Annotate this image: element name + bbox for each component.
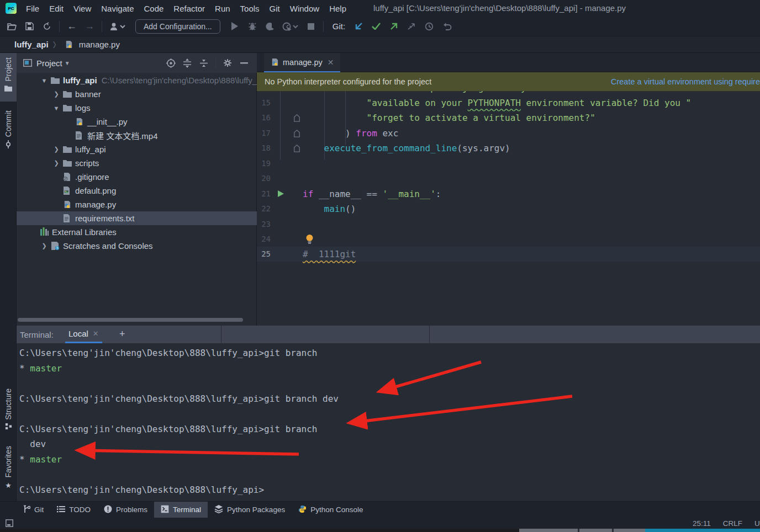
tree-row-default-png[interactable]: default.png [17,184,257,198]
menu-item-run[interactable]: Run [210,2,235,15]
close-icon[interactable]: ✕ [93,329,99,338]
chevron-down-icon[interactable]: ▼ [65,60,70,66]
debug-icon[interactable] [245,20,260,33]
tree-row-scripts[interactable]: ❯scripts [17,156,257,170]
code-line-15[interactable]: 15"available on your PYTHONPATH environm… [257,95,760,110]
chevron-right-icon[interactable]: ❯ [50,91,63,98]
chevron-down-icon[interactable]: ▼ [50,105,63,111]
menu-item-navigate[interactable]: Navigate [96,2,139,15]
menu-item-edit[interactable]: Edit [44,2,68,15]
tree-row--gitignore[interactable]: .gitignore [17,170,257,184]
tree-row-logs[interactable]: ▼logs [17,101,257,115]
profiler-icon[interactable] [281,20,300,33]
menu-item-window[interactable]: Window [285,2,324,15]
file-encoding[interactable]: UT [754,519,760,528]
toolbar-separator [59,21,60,32]
tool-window-button-git[interactable]: Git [17,502,50,518]
folder-icon [63,91,74,98]
tool-window-button-problems[interactable]: Problems [97,502,154,518]
code-line-17[interactable]: 17) from exc [257,126,760,141]
tree-row-external-libraries[interactable]: External Libraries [17,225,257,239]
stripe-tab-favorites[interactable]: Favorites ★ [0,441,17,491]
caret-position[interactable]: 25:11 [693,519,711,528]
git-cherry-pick-icon[interactable] [404,20,419,33]
breadcrumb-file[interactable]: manage.py [79,40,120,49]
code-line-16[interactable]: 16"forget to activate a virtual environm… [257,110,760,125]
save-icon[interactable] [22,20,36,33]
scratch-icon [51,242,62,250]
locate-file-icon[interactable] [163,56,178,70]
menu-item-git[interactable]: Git [265,2,285,15]
close-icon[interactable]: ✕ [328,58,334,67]
tree-row-requirements-txt[interactable]: requirements.txt [17,211,257,225]
run-coverage-icon[interactable] [263,20,277,33]
tree-row--init-py[interactable]: __init__.py [17,115,257,129]
tool-window-layout-icon[interactable] [6,519,13,527]
horizontal-scrollbar[interactable] [18,318,243,322]
menu-item-help[interactable]: Help [324,2,351,15]
code-line-24[interactable]: 24 [257,232,760,247]
terminal-tab-local[interactable]: Local ✕ [65,326,102,343]
tree-row-manage-py[interactable]: manage.py [17,198,257,211]
intention-bulb-icon[interactable] [305,234,314,247]
code-line-25[interactable]: 25# 1111git [257,247,760,262]
add-configuration-button[interactable]: Add Configuration... [135,19,220,34]
run-icon[interactable] [228,20,242,33]
code-line-23[interactable]: 23 [257,217,760,232]
stripe-tab-project[interactable]: Project [0,53,17,102]
tool-window-button-todo[interactable]: TODO [50,502,97,518]
code-line-21[interactable]: 21if __name__ == '__main__': [257,187,760,201]
tree-row-luffy-api[interactable]: ❯luffy_api [17,142,257,156]
git-push-icon[interactable] [387,20,401,33]
tree-row-scratches-and-consoles[interactable]: ❯Scratches and Consoles [17,239,257,253]
breadcrumb-project[interactable]: luffy_api [14,40,49,49]
tree-item-label: .gitignore [75,172,109,182]
tool-window-button-python-packages[interactable]: Python Packages [208,502,292,518]
code-line-22[interactable]: 22main() [257,201,760,216]
tool-window-button-python-console[interactable]: Python Console [292,502,370,518]
stripe-tab-commit[interactable]: Commit [0,106,17,153]
terminal-output[interactable]: C:\Users\teng'jin'cheng\Desktop\888\luff… [17,343,760,501]
code-editor[interactable]: 14"Couldn't import Django. Are you sure … [257,91,760,326]
tree-row-banner[interactable]: ❯banner [17,87,257,101]
chevron-right-icon[interactable]: ❯ [50,146,63,153]
menu-item-code[interactable]: Code [139,2,168,15]
code-line-18[interactable]: 18execute_from_command_line(sys.argv) [257,141,760,156]
git-update-icon[interactable] [351,20,366,33]
tree-row--mp4[interactable]: 新建 文本文档.mp4 [17,129,257,142]
open-folder-icon[interactable] [4,20,19,33]
rollback-icon[interactable] [440,20,454,33]
project-panel-title[interactable]: Project [36,58,62,68]
hide-panel-icon[interactable] [237,56,251,70]
new-terminal-session-icon[interactable]: + [115,326,130,343]
chevron-right-icon[interactable]: ❯ [38,242,51,249]
create-venv-link[interactable]: Create a virtual environment using requi… [611,72,760,91]
sync-icon[interactable] [40,20,54,33]
stripe-tab-structure[interactable]: Structure [0,384,17,434]
chevron-down-icon[interactable]: ▼ [38,77,51,84]
chevron-right-icon[interactable]: ❯ [50,159,63,167]
forward-icon[interactable]: → [82,20,97,33]
gear-icon[interactable] [220,56,235,70]
menu-item-refactor[interactable]: Refactor [168,2,210,15]
code-line-19[interactable]: 19 [257,156,760,171]
tool-window-button-terminal[interactable]: Terminal [154,502,208,518]
code-line-20[interactable]: 20 [257,171,760,186]
tree-row-luffy-api[interactable]: ▼luffy_apiC:\Users\teng'jin'cheng\Deskto… [17,73,257,87]
code-line-14[interactable]: 14"Couldn't import Django. Are you sure … [257,91,760,95]
collapse-all-icon[interactable] [197,56,211,70]
gitignore-icon [63,173,74,181]
tab-manage-py[interactable]: manage.py ✕ [264,53,340,72]
menu-item-view[interactable]: View [68,2,96,15]
back-icon[interactable]: ← [65,20,79,33]
run-line-icon[interactable] [278,190,284,197]
git-commit-icon[interactable] [369,20,383,33]
menu-item-file[interactable]: File [21,2,44,15]
menu-item-tools[interactable]: Tools [235,2,265,15]
history-icon[interactable] [422,20,436,33]
line-ending[interactable]: CRLF [723,519,742,528]
expand-all-icon[interactable] [180,56,194,70]
stop-icon[interactable] [304,20,318,33]
user-accounts-icon[interactable] [107,20,128,33]
terminal-tool-window: Terminal: Local ✕ + C:\Users\teng'jin'ch… [17,326,760,501]
